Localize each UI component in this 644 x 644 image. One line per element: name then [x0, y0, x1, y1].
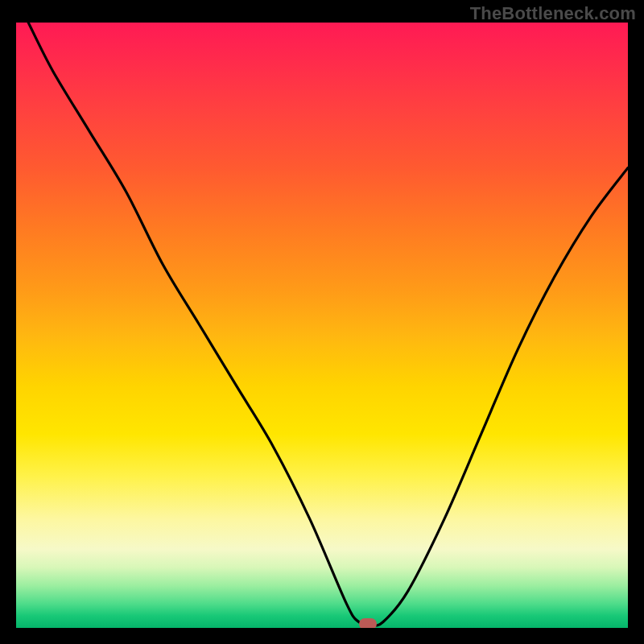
- minimum-marker: [359, 618, 377, 628]
- watermark-text: TheBottleneck.com: [470, 3, 636, 24]
- plot-area: [16, 23, 628, 628]
- chart-frame: TheBottleneck.com: [0, 0, 644, 644]
- bottleneck-curve: [16, 23, 628, 628]
